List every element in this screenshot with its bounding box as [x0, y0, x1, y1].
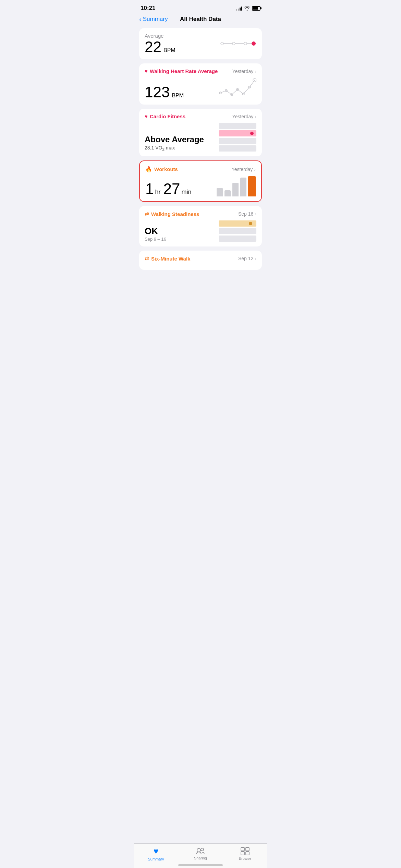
workouts-date: Yesterday ›	[232, 167, 256, 172]
back-chevron-icon: ‹	[139, 16, 142, 23]
heart-icon: ♥	[145, 68, 148, 74]
cf-header: ♥ Cardio Fitness Yesterday ›	[145, 113, 256, 119]
cf-title: ♥ Cardio Fitness	[145, 113, 185, 119]
workouts-min-unit: min	[181, 189, 191, 196]
smw-header: ⇄ Six-Minute Walk Sep 12 ›	[145, 255, 256, 262]
status-icons	[236, 6, 260, 11]
workouts-value: 1 hr 27 min	[145, 181, 191, 196]
walking-heart-rate-card[interactable]: ♥ Walking Heart Rate Average Yesterday ›…	[139, 63, 262, 105]
whr-title: ♥ Walking Heart Rate Average	[145, 68, 218, 74]
workouts-minutes: 27	[163, 181, 180, 196]
ws-chevron-icon: ›	[255, 211, 256, 217]
scroll-content: Average 22 BPM	[134, 27, 267, 301]
ws-header: ⇄ Walking Steadiness Sep 16 ›	[145, 211, 256, 217]
whr-unit: BPM	[172, 93, 184, 99]
svg-point-4	[244, 42, 247, 45]
whr-chart	[219, 77, 256, 100]
workouts-header: 🔥 Workouts Yesterday ›	[145, 166, 256, 172]
arrows-icon: ⇄	[145, 211, 149, 217]
ws-chart	[219, 220, 256, 242]
smw-date: Sep 12 ›	[238, 256, 256, 261]
average-unit: BPM	[163, 47, 175, 53]
battery-icon	[252, 6, 260, 11]
cf-vo2: 28.1 VO2 max	[145, 145, 204, 152]
nav-header: ‹ Summary All Health Data	[134, 13, 267, 27]
arrows-icon-smw: ⇄	[145, 255, 149, 262]
whr-metric-row: 123 BPM	[145, 77, 256, 100]
cf-value-block: Above Average 28.1 VO2 max	[145, 135, 204, 152]
average-value-row: 22 BPM	[145, 39, 175, 55]
whr-header: ♥ Walking Heart Rate Average Yesterday ›	[145, 68, 256, 74]
svg-point-2	[232, 42, 235, 45]
workouts-hours: 1	[145, 181, 154, 196]
smw-title: ⇄ Six-Minute Walk	[145, 255, 190, 262]
ws-value-block: OK Sep 9 – 16	[145, 226, 166, 242]
ws-title: ⇄ Walking Steadiness	[145, 211, 199, 217]
workouts-title: 🔥 Workouts	[145, 166, 178, 172]
cf-value-label: Above Average	[145, 135, 204, 144]
smw-chevron-icon: ›	[255, 256, 256, 261]
cf-metric-row: Above Average 28.1 VO2 max	[145, 123, 256, 152]
whr-chevron-icon: ›	[255, 69, 256, 74]
workouts-chevron-icon: ›	[254, 167, 256, 172]
average-card[interactable]: Average 22 BPM	[139, 28, 262, 59]
wifi-icon	[244, 6, 250, 11]
whr-number: 123	[145, 85, 170, 100]
back-button[interactable]: ‹ Summary	[139, 16, 168, 23]
svg-point-0	[221, 42, 223, 45]
ws-date: Sep 16 ›	[238, 211, 256, 217]
workouts-hr-unit: hr	[155, 189, 160, 196]
cf-date: Yesterday ›	[232, 114, 256, 119]
cardio-fitness-card[interactable]: ♥ Cardio Fitness Yesterday › Above Avera…	[139, 109, 262, 156]
status-time: 10:21	[141, 5, 155, 12]
svg-point-6	[252, 41, 256, 46]
ws-date-range: Sep 9 – 16	[145, 237, 166, 242]
flame-icon: 🔥	[145, 166, 152, 172]
cf-chevron-icon: ›	[255, 114, 256, 119]
ws-value-label: OK	[145, 226, 166, 237]
signal-icon	[236, 6, 242, 11]
average-chart	[219, 38, 256, 49]
status-bar: 10:21	[134, 0, 267, 13]
page-title: All Health Data	[180, 16, 221, 23]
average-number: 22	[145, 39, 161, 55]
workouts-card[interactable]: 🔥 Workouts Yesterday › 1 hr 27 min	[139, 160, 262, 202]
workouts-chart	[217, 176, 256, 196]
ws-metric-row: OK Sep 9 – 16	[145, 220, 256, 242]
average-label: Average	[145, 33, 175, 39]
cf-chart	[219, 123, 256, 152]
walking-steadiness-card[interactable]: ⇄ Walking Steadiness Sep 16 › OK Sep 9 –…	[139, 206, 262, 246]
heart-icon-cf: ♥	[145, 113, 148, 119]
whr-value: 123 BPM	[145, 85, 184, 100]
whr-date: Yesterday ›	[232, 69, 256, 74]
six-minute-walk-card[interactable]: ⇄ Six-Minute Walk Sep 12 ›	[139, 251, 262, 270]
back-label: Summary	[143, 16, 168, 23]
workouts-metric-row: 1 hr 27 min	[145, 176, 256, 196]
